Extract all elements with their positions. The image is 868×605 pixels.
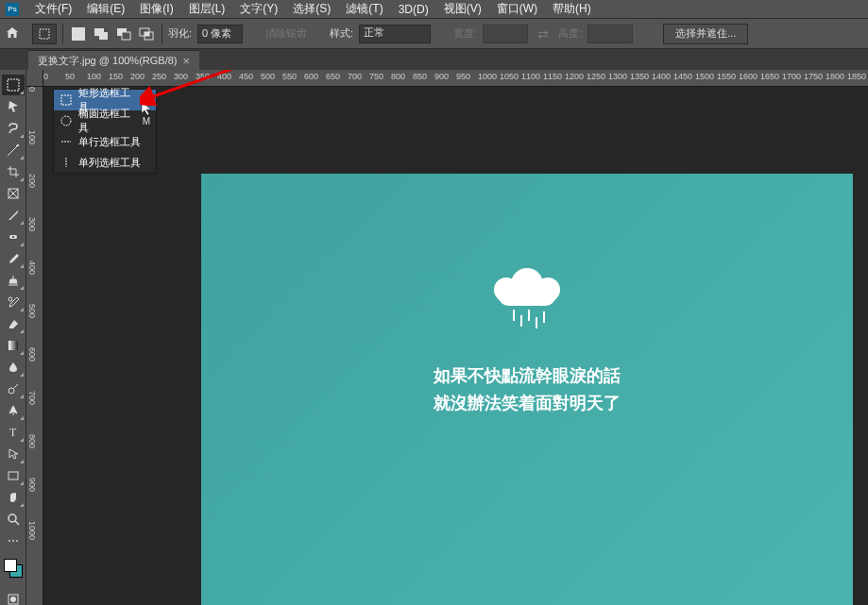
clone-stamp-tool[interactable] bbox=[2, 270, 25, 291]
hand-tool[interactable] bbox=[2, 487, 25, 508]
home-icon[interactable] bbox=[6, 26, 21, 42]
selection-new-icon[interactable] bbox=[69, 25, 88, 43]
history-brush-tool[interactable] bbox=[2, 292, 25, 312]
flyout-ellipse-marquee[interactable]: 椭圆选框工具 M bbox=[54, 110, 156, 131]
svg-rect-20 bbox=[61, 95, 71, 105]
selection-intersect-icon[interactable] bbox=[137, 25, 156, 43]
document-canvas[interactable]: 如果不快點流幹眼淚的話 就沒辦法笑着面對明天了 bbox=[201, 174, 853, 605]
magic-wand-tool[interactable] bbox=[2, 140, 25, 160]
lasso-tool[interactable] bbox=[2, 118, 25, 139]
width-label: 宽度: bbox=[453, 26, 477, 41]
type-tool[interactable]: T bbox=[2, 422, 25, 443]
pen-tool[interactable] bbox=[2, 400, 25, 421]
tab-label: 更换文字.jpg @ 100%(RGB/8) bbox=[38, 54, 178, 68]
svg-point-18 bbox=[10, 597, 16, 602]
ruler-corner bbox=[26, 70, 43, 87]
tab-close-icon[interactable]: × bbox=[183, 54, 191, 68]
menu-type[interactable]: 文字(Y) bbox=[233, 0, 284, 19]
edit-toolbar-icon[interactable]: ⋯ bbox=[2, 530, 25, 551]
menu-3d[interactable]: 3D(D) bbox=[392, 1, 435, 18]
options-bar: 羽化: 消除锯齿 样式: 正常 宽度: ⇄ 高度: 选择并遮住... bbox=[0, 19, 868, 49]
menu-edit[interactable]: 编辑(E) bbox=[80, 0, 131, 19]
menu-select[interactable]: 选择(S) bbox=[286, 0, 337, 19]
flyout-col-marquee[interactable]: 单列选框工具 bbox=[54, 152, 156, 173]
tool-preset-picker[interactable] bbox=[32, 24, 57, 44]
selection-mode-group bbox=[69, 25, 156, 43]
height-label: 高度: bbox=[558, 26, 582, 41]
svg-rect-8 bbox=[8, 79, 19, 91]
feather-label: 羽化: bbox=[168, 26, 192, 41]
quickmask-tool[interactable] bbox=[2, 589, 25, 605]
ruler-vertical[interactable]: 01002003004005006007008009001000 bbox=[26, 87, 43, 605]
path-selection-tool[interactable] bbox=[2, 444, 25, 464]
svg-point-16 bbox=[9, 514, 16, 522]
blur-tool[interactable] bbox=[2, 357, 25, 378]
svg-rect-15 bbox=[9, 472, 18, 479]
marquee-tool[interactable] bbox=[2, 75, 25, 95]
antialias-label: 消除锯齿 bbox=[265, 26, 307, 41]
frame-tool[interactable] bbox=[2, 183, 25, 204]
menu-file[interactable]: 文件(F) bbox=[28, 0, 78, 19]
select-and-mask-button[interactable]: 选择并遮住... bbox=[663, 24, 748, 44]
eyedropper-tool[interactable] bbox=[2, 205, 25, 226]
menu-image[interactable]: 图像(I) bbox=[133, 0, 179, 19]
menu-window[interactable]: 窗口(W) bbox=[490, 0, 544, 19]
color-swatches[interactable] bbox=[4, 559, 22, 581]
ps-logo-icon: Ps bbox=[6, 3, 19, 16]
rect-marquee-icon bbox=[60, 93, 73, 107]
ellipse-marquee-icon bbox=[60, 114, 73, 127]
healing-brush-tool[interactable] bbox=[2, 227, 25, 247]
svg-rect-7 bbox=[145, 32, 149, 36]
dodge-tool[interactable] bbox=[2, 378, 25, 399]
canvas-area: 0501001502002503003504004505005506006507… bbox=[26, 70, 868, 605]
feather-input[interactable] bbox=[197, 25, 243, 43]
swap-wh-icon: ⇄ bbox=[534, 25, 553, 43]
svg-text:T: T bbox=[9, 426, 17, 439]
height-input bbox=[587, 25, 633, 43]
menu-layer[interactable]: 图层(L) bbox=[182, 0, 232, 19]
gradient-tool[interactable] bbox=[2, 335, 25, 356]
svg-point-13 bbox=[9, 388, 14, 394]
col-marquee-icon bbox=[60, 156, 73, 169]
rectangle-tool[interactable] bbox=[2, 465, 25, 486]
svg-rect-2 bbox=[99, 32, 108, 40]
width-input bbox=[483, 25, 528, 43]
selection-subtract-icon[interactable] bbox=[114, 25, 133, 43]
svg-point-21 bbox=[61, 116, 71, 126]
marquee-flyout-menu: 矩形选框工具 M 椭圆选框工具 M 单行选框工具 单列选框工具 bbox=[53, 89, 157, 174]
foreground-color-swatch[interactable] bbox=[4, 559, 17, 572]
style-label: 样式: bbox=[330, 26, 353, 41]
brush-tool[interactable] bbox=[2, 248, 25, 269]
style-select[interactable]: 正常 bbox=[359, 25, 431, 43]
menu-help[interactable]: 帮助(H) bbox=[546, 0, 598, 19]
row-marquee-icon bbox=[60, 135, 73, 148]
eraser-tool[interactable] bbox=[2, 313, 25, 334]
selection-add-icon[interactable] bbox=[92, 25, 111, 43]
crop-tool[interactable] bbox=[2, 161, 25, 182]
document-tabbar: 更换文字.jpg @ 100%(RGB/8) × bbox=[0, 49, 868, 70]
move-tool[interactable] bbox=[2, 96, 25, 117]
toolbox: T ⋯ bbox=[0, 70, 26, 605]
svg-rect-0 bbox=[40, 29, 49, 39]
document-tab[interactable]: 更换文字.jpg @ 100%(RGB/8) × bbox=[28, 50, 199, 70]
zoom-tool[interactable] bbox=[2, 509, 25, 529]
menu-filter[interactable]: 滤镜(T) bbox=[339, 0, 389, 19]
canvas-text: 如果不快點流幹眼淚的話 就沒辦法笑着面對明天了 bbox=[201, 362, 853, 417]
menu-view[interactable]: 视图(V) bbox=[437, 0, 488, 19]
svg-point-11 bbox=[9, 297, 12, 301]
flyout-row-marquee[interactable]: 单行选框工具 bbox=[54, 131, 156, 152]
menubar: Ps 文件(F) 编辑(E) 图像(I) 图层(L) 文字(Y) 选择(S) 滤… bbox=[0, 0, 868, 19]
cloud-graphic bbox=[494, 268, 560, 310]
svg-rect-12 bbox=[9, 341, 18, 350]
ruler-horizontal[interactable]: 0501001502002503003504004505005506006507… bbox=[43, 70, 868, 87]
svg-rect-4 bbox=[122, 32, 130, 40]
